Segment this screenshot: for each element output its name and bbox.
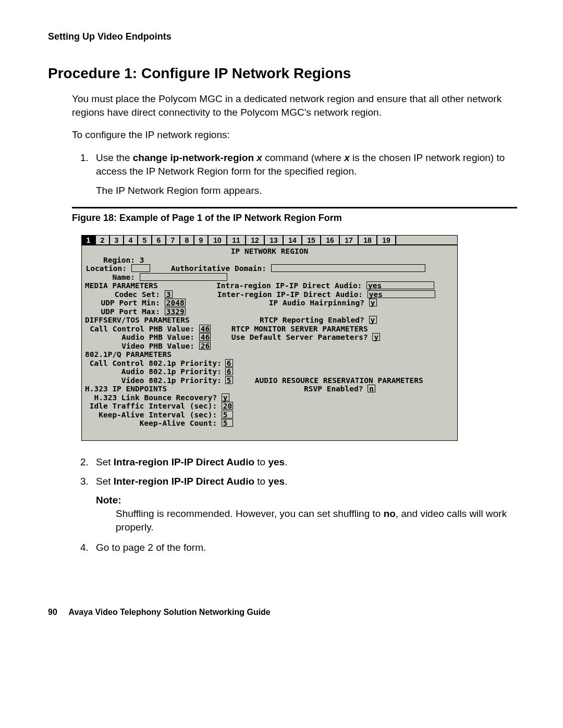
tab-8[interactable]: 8 <box>180 236 194 245</box>
tab-2[interactable]: 2 <box>96 236 110 245</box>
step-subtext: The IP Network Region form appears. <box>96 184 517 198</box>
video-1p-label: Video 802.1p Priority: <box>85 376 221 385</box>
codec-set-label: Codec Set: <box>85 290 160 299</box>
step-text: Use the change ip-network-region x comma… <box>96 152 505 177</box>
intra-audio-label: Intra-region IP-IP Direct Audio: <box>216 281 362 290</box>
diffserv-header: DIFFSERV/TOS PARAMETERS <box>85 316 260 325</box>
keepalive-interval-label: Keep-Alive Interval (sec): <box>85 411 217 419</box>
udp-max-label: UDP Port Max: <box>85 307 160 316</box>
codec-set-field[interactable]: 3 <box>165 290 173 298</box>
tab-1[interactable]: 1 <box>82 236 96 245</box>
use-default-label: Use Default Server Parameters? <box>231 333 368 342</box>
tab-9[interactable]: 9 <box>194 236 209 245</box>
tab-19[interactable]: 19 <box>377 236 396 245</box>
section-header: Setting Up Video Endpoints <box>48 31 517 42</box>
intra-audio-field[interactable]: yes <box>366 281 434 289</box>
location-label: Location: <box>85 264 127 273</box>
audio-phb-field[interactable]: 46 <box>199 333 211 341</box>
tab-14[interactable]: 14 <box>284 236 302 245</box>
tab-15[interactable]: 15 <box>302 236 321 245</box>
note-label: Note: <box>96 495 517 506</box>
tab-12[interactable]: 12 <box>246 236 265 245</box>
udp-max-field[interactable]: 3329 <box>165 307 186 315</box>
cc-phb-label: Call Control PHB Value: <box>85 325 194 334</box>
tab-7[interactable]: 7 <box>166 236 180 245</box>
tab-13[interactable]: 13 <box>265 236 284 245</box>
tab-18[interactable]: 18 <box>359 236 377 245</box>
audio-1p-label: Audio 802.1p Priority: <box>85 367 221 376</box>
rtcp-enabled-label: RTCP Reporting Enabled? <box>260 316 364 325</box>
media-params-header: MEDIA PARAMETERS <box>85 281 216 290</box>
step-number: 2. <box>80 455 89 469</box>
step-2: 2. Set Intra-region IP-IP Direct Audio t… <box>80 455 517 469</box>
auth-domain-field[interactable] <box>271 264 425 272</box>
footer-title: Avaya Video Telephony Solution Networkin… <box>68 608 270 616</box>
hairpinning-field[interactable]: y <box>369 299 377 306</box>
figure-caption: Figure 18: Example of Page 1 of the IP N… <box>72 213 517 224</box>
tab-16[interactable]: 16 <box>321 236 340 245</box>
region-value: 3 <box>140 256 144 265</box>
link-bounce-label: H.323 Link Bounce Recovery? <box>85 393 217 402</box>
name-label: Name: <box>85 273 135 282</box>
step-number: 3. <box>80 475 89 488</box>
video-1p-field[interactable]: 5 <box>225 376 233 384</box>
h323-header: H.323 IP ENDPOINTS <box>85 385 304 393</box>
idle-interval-field[interactable]: 20 <box>222 402 233 410</box>
tab-17[interactable]: 17 <box>340 236 359 245</box>
tab-5[interactable]: 5 <box>138 236 152 245</box>
rsvp-field[interactable]: n <box>368 385 375 392</box>
keepalive-interval-field[interactable]: 5 <box>222 411 233 418</box>
rsvp-label: RSVP Enabled? <box>304 385 363 393</box>
terminal-form: 1 2 3 4 5 6 7 8 9 10 11 12 13 14 15 16 1… <box>81 235 458 441</box>
location-field[interactable] <box>131 264 150 272</box>
dot1p-header: 802.1P/Q PARAMETERS <box>85 350 172 359</box>
step-number: 4. <box>80 541 89 554</box>
tab-6[interactable]: 6 <box>152 236 166 245</box>
audio-1p-field[interactable]: 6 <box>225 367 233 375</box>
tab-4[interactable]: 4 <box>124 236 138 245</box>
page-tabs: 1 2 3 4 5 6 7 8 9 10 11 12 13 14 15 16 1… <box>82 236 457 246</box>
step-number: 1. <box>80 151 89 165</box>
tab-11[interactable]: 11 <box>227 236 246 245</box>
link-bounce-field[interactable]: y <box>222 393 229 401</box>
cc-phb-field[interactable]: 46 <box>199 325 211 332</box>
tab-3[interactable]: 3 <box>110 236 124 245</box>
lead-in-text: To configure the IP network regions: <box>72 128 517 142</box>
audio-phb-label: Audio PHB Value: <box>85 333 194 342</box>
udp-min-label: UDP Port Min: <box>85 299 160 307</box>
region-label: Region: <box>85 256 135 265</box>
cc-1p-field[interactable]: 6 <box>225 359 233 367</box>
name-field[interactable] <box>140 273 227 281</box>
rtcp-enabled-field[interactable]: y <box>369 316 377 324</box>
rtcp-monitor-header: RTCP MONITOR SERVER PARAMETERS <box>231 325 368 334</box>
keepalive-count-field[interactable]: 5 <box>222 419 233 427</box>
use-default-field[interactable]: y <box>372 333 380 341</box>
auth-domain-label: Authoritative Domain: <box>171 264 266 273</box>
video-phb-label: Video PHB Value: <box>85 342 194 351</box>
keepalive-count-label: Keep-Alive Count: <box>85 419 217 428</box>
step-1: 1. Use the change ip-network-region x co… <box>80 151 517 198</box>
tab-10[interactable]: 10 <box>209 236 227 245</box>
udp-min-field[interactable]: 2048 <box>165 299 186 306</box>
page-number: 90 <box>48 608 57 616</box>
inter-audio-label: Inter-region IP-IP Direct Audio: <box>217 290 363 299</box>
video-phb-field[interactable]: 26 <box>199 342 211 350</box>
page-footer: 90 Avaya Video Telephony Solution Networ… <box>48 608 517 617</box>
intro-text: You must place the Polycom MGC in a dedi… <box>72 92 517 119</box>
hairpinning-label: IP Audio Hairpinning? <box>269 299 364 307</box>
cc-1p-label: Call Control 802.1p Priority: <box>85 359 221 368</box>
form-title: IP NETWORK REGION <box>85 247 454 256</box>
idle-interval-label: Idle Traffic Interval (sec): <box>85 402 217 411</box>
inter-audio-field[interactable]: yes <box>368 290 435 298</box>
step-4: 4. Go to page 2 of the form. <box>80 541 517 554</box>
step-3: 3. Set Inter-region IP-IP Direct Audio t… <box>80 475 517 488</box>
page-title: Procedure 1: Configure IP Network Region… <box>48 65 517 82</box>
audio-resource-header: AUDIO RESOURCE RESERVATION PARAMETERS <box>255 376 423 385</box>
figure-rule <box>72 207 517 208</box>
note-body: Shuffling is recommended. However, you c… <box>116 507 517 534</box>
